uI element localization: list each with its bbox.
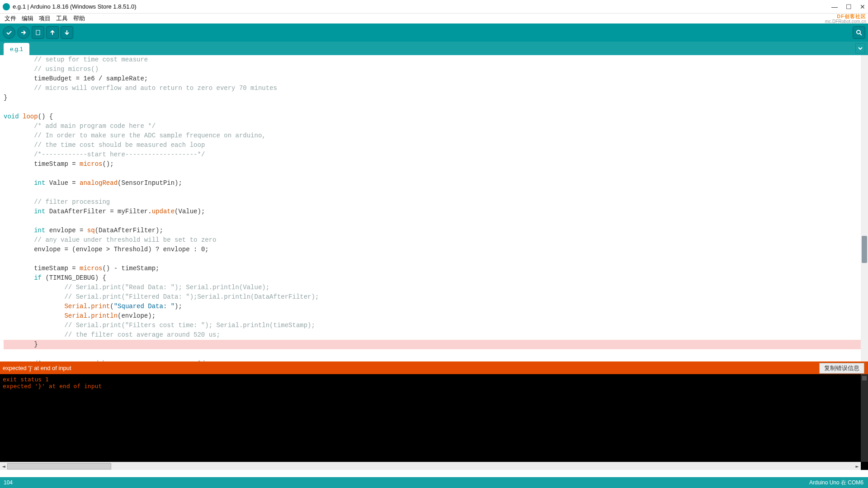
code-line[interactable]: int envlope = sq(DataAfterFilter); — [4, 226, 861, 235]
scrollbar-thumb[interactable] — [7, 463, 111, 469]
svg-line-2 — [860, 33, 862, 35]
code-line[interactable]: } — [4, 340, 861, 349]
code-line[interactable]: // the filter cost average around 520 us… — [4, 330, 861, 340]
code-line[interactable]: Serial.print("Squared Data: "); — [4, 302, 861, 311]
toolbar — [0, 23, 868, 42]
code-line[interactable]: // In order to make sure the ADC sample … — [4, 131, 861, 141]
code-line[interactable] — [4, 216, 861, 226]
code-line[interactable]: // filter processing — [4, 197, 861, 207]
code-line[interactable]: // Serial.print("Read Data: "); Serial.p… — [4, 283, 861, 292]
scrollbar-thumb[interactable] — [862, 236, 867, 263]
editor-vertical-scrollbar[interactable] — [861, 55, 868, 361]
console-horizontal-scrollbar[interactable]: ◄ ► — [0, 462, 861, 470]
code-line[interactable]: timeStamp = micros(); — [4, 160, 861, 169]
upload-button[interactable] — [17, 26, 30, 39]
code-line[interactable]: if (TIMING_DEBUG) { — [4, 273, 861, 283]
error-summary-text: expected '}' at end of input — [3, 365, 71, 371]
magnifier-icon — [855, 29, 863, 36]
menu-bar: 文件 编辑 项目 工具 帮助 — [0, 14, 868, 23]
console-line: exit status 1 — [3, 376, 865, 383]
code-line[interactable]: /* add main program code here */ — [4, 122, 861, 131]
code-line[interactable]: int DataAfterFilter = myFilter.update(Va… — [4, 207, 861, 216]
tab-menu-button[interactable] — [855, 43, 865, 53]
window-controls: — ☐ ✕ — [831, 0, 865, 14]
code-line[interactable] — [4, 103, 861, 112]
window-title: e.g.1 | Arduino 1.8.16 (Windows Store 1.… — [13, 3, 137, 10]
code-line[interactable]: timeStamp = micros() - timeStamp; — [4, 264, 861, 273]
svg-point-1 — [857, 30, 860, 34]
code-line[interactable]: // Serial.print("Filters cost time: "); … — [4, 321, 861, 330]
console-vertical-scrollbar[interactable] — [861, 374, 868, 462]
status-bar: 104 Arduino Uno 在 COM6 — [0, 477, 868, 488]
arduino-app-icon — [3, 3, 10, 10]
console-line: expected '}' at end of input — [3, 383, 865, 389]
menu-edit[interactable]: 编辑 — [19, 14, 36, 23]
scroll-right-arrow-icon[interactable]: ► — [854, 463, 861, 469]
code-content[interactable]: // setup for time cost measure // using … — [0, 55, 861, 361]
code-line[interactable]: /*------------start here----------------… — [4, 150, 861, 160]
error-summary-bar: expected '}' at end of input 复制错误信息 — [0, 361, 868, 374]
svg-rect-0 — [36, 30, 40, 35]
code-line[interactable]: // setup for time cost measure — [4, 55, 861, 65]
watermark: DF创客社区 mc.DFRobot.com.cn — [825, 14, 866, 24]
title-bar: e.g.1 | Arduino 1.8.16 (Windows Store 1.… — [0, 0, 868, 14]
arrow-down-icon — [64, 29, 70, 36]
code-editor[interactable]: // setup for time cost measure // using … — [0, 55, 868, 361]
code-line[interactable] — [4, 349, 861, 359]
code-line[interactable]: int Value = analogRead(SensorInputPin); — [4, 178, 861, 188]
code-line[interactable]: // using micros() — [4, 65, 861, 74]
tab-bar: e.g.1 — [0, 42, 868, 55]
code-line[interactable]: // micros will overflow and auto return … — [4, 84, 861, 93]
status-board-port: Arduino Uno 在 COM6 — [809, 479, 863, 487]
menu-file[interactable]: 文件 — [2, 14, 19, 23]
code-line[interactable] — [4, 188, 861, 197]
console-text: exit status 1expected '}' at end of inpu… — [3, 376, 865, 389]
save-button[interactable] — [61, 26, 73, 39]
code-line[interactable]: Serial.println(envlope); — [4, 311, 861, 321]
new-button[interactable] — [32, 26, 44, 39]
close-button[interactable]: ✕ — [860, 3, 865, 10]
arrow-right-icon — [20, 29, 27, 36]
new-file-icon — [35, 29, 41, 36]
copy-error-button[interactable]: 复制错误信息 — [819, 363, 864, 374]
arrow-up-icon — [49, 29, 56, 36]
watermark-line1: DF创客社区 — [825, 14, 866, 19]
verify-button[interactable] — [3, 26, 15, 39]
tab-sketch[interactable]: e.g.1 — [4, 43, 29, 55]
console-output[interactable]: exit status 1expected '}' at end of inpu… — [0, 374, 868, 470]
code-line[interactable]: } — [4, 93, 861, 103]
serial-monitor-button[interactable] — [853, 26, 865, 39]
code-line[interactable] — [4, 254, 861, 264]
open-button[interactable] — [46, 26, 59, 39]
menu-tools[interactable]: 工具 — [53, 14, 71, 23]
code-line[interactable]: void loop() { — [4, 112, 861, 122]
menu-sketch[interactable]: 项目 — [36, 14, 53, 23]
code-line[interactable]: envlope = (envlope > Threshold) ? envlop… — [4, 245, 861, 254]
chevron-down-icon — [858, 46, 863, 51]
code-line[interactable]: // Serial.print("Filtered Data: ");Seria… — [4, 292, 861, 302]
menu-help[interactable]: 帮助 — [71, 14, 88, 23]
scroll-left-arrow-icon[interactable]: ◄ — [0, 463, 7, 469]
code-line[interactable] — [4, 169, 861, 178]
code-line[interactable]: // any value under threshold will be set… — [4, 235, 861, 245]
minimize-button[interactable]: — — [831, 3, 838, 10]
watermark-line2: mc.DFRobot.com.cn — [825, 19, 866, 24]
check-icon — [6, 29, 12, 36]
code-line[interactable]: // the time cost should be measured each… — [4, 141, 861, 150]
maximize-button[interactable]: ☐ — [846, 3, 852, 10]
code-line[interactable]: timeBudget = 1e6 / sampleRate; — [4, 74, 861, 84]
status-line-number: 104 — [4, 479, 13, 486]
